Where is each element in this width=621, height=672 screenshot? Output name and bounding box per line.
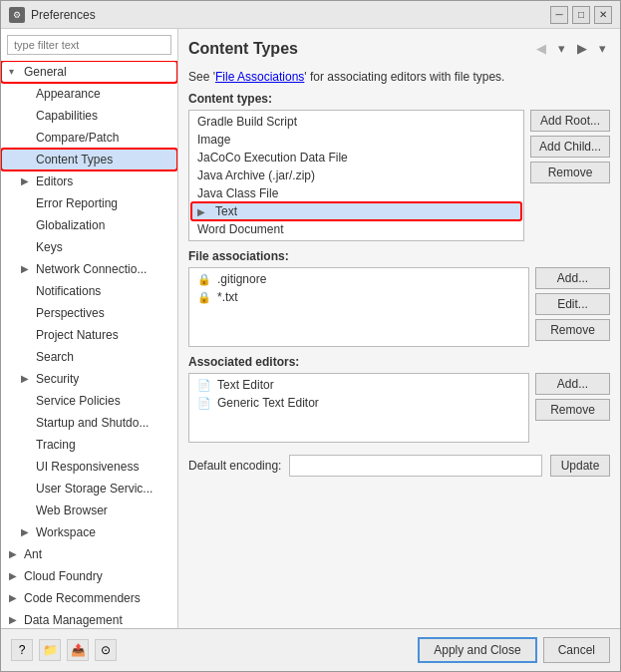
nav-back-button[interactable]: ◀ [532,39,550,58]
content-type-text[interactable]: ▶ Text [191,202,521,220]
bottom-bar: ? 📁 📤 ⊙ Apply and Close Cancel [1,628,620,671]
content-types-label: Content types: [188,92,610,106]
title-bar-left: ⚙ Preferences [9,7,96,23]
assoc-editors-label: Associated editors: [188,355,610,369]
tree-item-compare-patch[interactable]: Compare/Patch [1,127,177,149]
tree-item-tracing[interactable]: Tracing [1,434,177,456]
add-child-button[interactable]: Add Child... [530,136,610,158]
nav-dropdown-button[interactable]: ▾ [554,39,569,58]
maximize-button[interactable]: □ [572,6,590,24]
add-editor-button[interactable]: Add... [535,373,610,395]
apply-and-close-button[interactable]: Apply and Close [418,637,536,663]
file-associations-link[interactable]: File Associations [215,70,304,84]
window-icon: ⚙ [9,7,25,23]
help-icon[interactable]: ? [11,639,33,661]
tree-item-web-browser[interactable]: Web Browser [1,500,177,521]
tree-item-security[interactable]: ▶ Security [1,368,177,390]
tree-item-network-connections[interactable]: ▶ Network Connectio... [1,258,177,280]
update-button[interactable]: Update [550,455,610,477]
remove-editor-button[interactable]: Remove [535,399,610,421]
export-icon[interactable]: 📤 [67,639,89,661]
lock-icon-txt: 🔒 [197,290,211,304]
doc-icon-generic-editor: 📄 [197,396,211,410]
expand-icon-general: ▾ [9,63,21,81]
tree-item-cloud-foundry[interactable]: ▶ Cloud Foundry [1,565,177,587]
content-types-buttons: Add Root... Add Child... Remove [530,110,610,241]
tree-item-service-policies[interactable]: Service Policies [1,390,177,412]
assoc-editors-section: 📄 Text Editor 📄 Generic Text Editor Add.… [188,373,610,443]
close-button[interactable]: ✕ [594,6,612,24]
add-file-assoc-button[interactable]: Add... [535,267,610,289]
left-panel: ▾ General Appearance Capabilities Compar… [1,29,178,628]
tree-item-general[interactable]: ▾ General [1,61,177,83]
assoc-editors-buttons: Add... Remove [535,373,610,443]
bottom-buttons: Apply and Close Cancel [418,637,610,663]
nav-menu-button[interactable]: ▾ [595,39,610,58]
encoding-label: Default encoding: [188,459,281,473]
tree-item-ant[interactable]: ▶ Ant [1,543,177,565]
encoding-row: Default encoding: Update [188,455,610,477]
file-assoc-section: 🔒 .gitignore 🔒 *.txt Add... Edit... Remo… [188,267,610,347]
content-type-word[interactable]: Word Document [191,220,521,238]
file-assoc-label: File associations: [188,249,610,263]
add-root-button[interactable]: Add Root... [530,110,610,132]
editor-generic-text-editor[interactable]: 📄 Generic Text Editor [191,394,526,412]
content-type-java-class[interactable]: Java Class File [191,184,521,202]
content-types-section: Gradle Build Script Image JaCoCo Executi… [188,110,610,241]
main-content: ▾ General Appearance Capabilities Compar… [1,29,620,628]
lock-icon-gitignore: 🔒 [197,272,211,286]
remove-content-button[interactable]: Remove [530,162,610,183]
content-types-list: Gradle Build Script Image JaCoCo Executi… [188,110,524,241]
tree-item-error-reporting[interactable]: Error Reporting [1,192,177,214]
tree-item-ui-responsiveness[interactable]: UI Responsiveness [1,456,177,478]
bottom-icons: ? 📁 📤 ⊙ [11,639,117,661]
expand-text-icon: ▶ [197,206,209,217]
tree-item-user-storage[interactable]: User Storage Servic... [1,478,177,500]
doc-icon-text-editor: 📄 [197,378,211,392]
content-type-image[interactable]: Image [191,131,521,149]
file-assoc-txt[interactable]: 🔒 *.txt [191,288,526,306]
settings-icon[interactable]: ⊙ [95,639,117,661]
tree-item-keys[interactable]: Keys [1,236,177,258]
tree-item-project-natures[interactable]: Project Natures [1,324,177,346]
editor-text-editor[interactable]: 📄 Text Editor [191,376,526,394]
tree-item-perspectives[interactable]: Perspectives [1,302,177,324]
tree-item-code-recommenders[interactable]: ▶ Code Recommenders [1,587,177,609]
cancel-button[interactable]: Cancel [543,637,610,663]
window-title: Preferences [31,8,96,22]
tree-item-editors[interactable]: ▶ Editors [1,170,177,192]
preferences-window: ⚙ Preferences ─ □ ✕ ▾ General Appearanc [0,0,621,672]
tree-view: ▾ General Appearance Capabilities Compar… [1,61,177,628]
assoc-editors-list: 📄 Text Editor 📄 Generic Text Editor [188,373,529,443]
tree-item-startup-shutdown[interactable]: Startup and Shutdo... [1,412,177,434]
tree-item-capabilities[interactable]: Capabilities [1,105,177,127]
tree-item-search[interactable]: Search [1,346,177,368]
tree-item-globalization[interactable]: Globalization [1,214,177,236]
tree-item-workspace[interactable]: ▶ Workspace [1,521,177,543]
tree-item-content-types[interactable]: Content Types [1,149,177,170]
import-icon[interactable]: 📁 [39,639,61,661]
nav-bar: ◀ ▾ ▶ ▾ [532,39,610,58]
title-buttons: ─ □ ✕ [550,6,612,24]
tree-item-appearance[interactable]: Appearance [1,83,177,105]
content-type-jacoco[interactable]: JaCoCo Execution Data File [191,149,521,167]
tree-item-notifications[interactable]: Notifications [1,280,177,302]
content-type-gradle[interactable]: Gradle Build Script [191,113,521,131]
tree-item-data-management[interactable]: ▶ Data Management [1,609,177,628]
panel-title: Content Types [188,40,298,58]
title-bar: ⚙ Preferences ─ □ ✕ [1,1,620,29]
edit-file-assoc-button[interactable]: Edit... [535,293,610,315]
file-assoc-list: 🔒 .gitignore 🔒 *.txt [188,267,529,347]
right-panel: Content Types ◀ ▾ ▶ ▾ See 'File Associat… [178,29,620,628]
filter-input[interactable] [7,35,171,55]
description: See 'File Associations' for associating … [188,70,610,84]
nav-forward-button[interactable]: ▶ [573,39,591,58]
content-type-java-archive[interactable]: Java Archive (.jar/.zip) [191,167,521,184]
file-assoc-gitignore[interactable]: 🔒 .gitignore [191,270,526,288]
file-assoc-buttons: Add... Edit... Remove [535,267,610,347]
encoding-input[interactable] [289,455,542,477]
remove-file-assoc-button[interactable]: Remove [535,319,610,341]
minimize-button[interactable]: ─ [550,6,568,24]
